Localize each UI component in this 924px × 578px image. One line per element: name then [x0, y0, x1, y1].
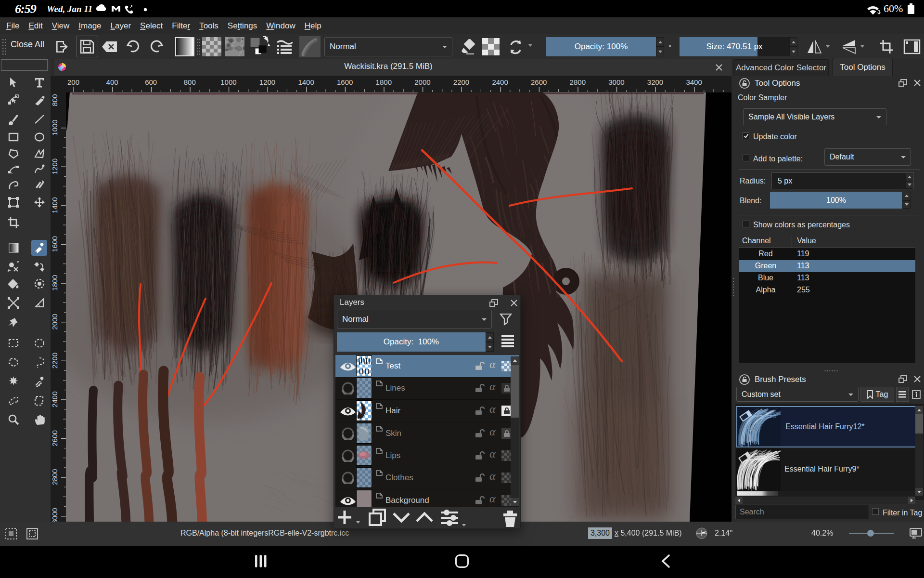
svg-text:3200: 3200 [647, 78, 663, 86]
svg-text:.: . [66, 76, 68, 78]
svg-text:2600: 2600 [51, 430, 59, 446]
svg-text:3400: 3400 [686, 78, 702, 86]
svg-text:2000: 2000 [51, 314, 59, 329]
svg-text:2000: 2000 [414, 78, 430, 86]
svg-text:1600: 1600 [337, 78, 353, 86]
svg-text:800: 800 [51, 94, 59, 106]
svg-text:2400: 2400 [492, 78, 508, 86]
svg-text:2800: 2800 [51, 469, 59, 485]
svg-text:200: 200 [67, 78, 79, 86]
svg-text:3000: 3000 [51, 508, 59, 522]
svg-text:2600: 2600 [531, 78, 547, 86]
svg-text:1400: 1400 [298, 78, 314, 86]
svg-text:1000: 1000 [220, 78, 236, 86]
svg-text:600: 600 [145, 78, 157, 86]
svg-text:1200: 1200 [51, 158, 59, 174]
svg-text:2200: 2200 [453, 78, 469, 86]
svg-text:1000: 1000 [51, 119, 59, 135]
svg-text:1600: 1600 [51, 236, 59, 252]
svg-text:1800: 1800 [51, 275, 59, 291]
svg-text:2200: 2200 [51, 353, 59, 368]
svg-text:1200: 1200 [259, 78, 275, 86]
svg-text:1400: 1400 [51, 197, 59, 213]
svg-text:400: 400 [106, 78, 118, 86]
svg-text:2400: 2400 [51, 392, 59, 407]
svg-text:3000: 3000 [608, 78, 624, 86]
svg-text:1800: 1800 [376, 78, 392, 86]
svg-text:800: 800 [184, 78, 196, 86]
svg-text:2800: 2800 [570, 78, 586, 86]
